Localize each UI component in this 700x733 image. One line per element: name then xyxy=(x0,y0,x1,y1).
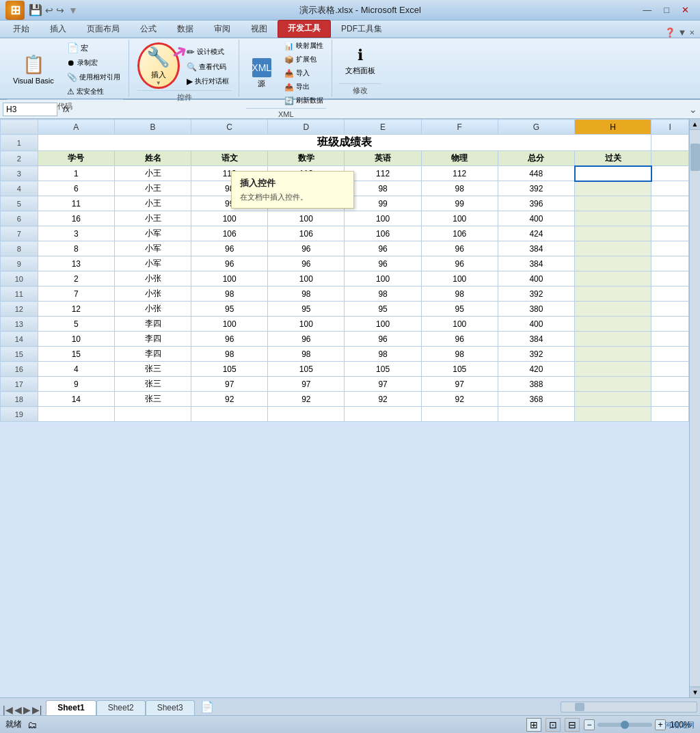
ribbon-pin-icon[interactable]: × xyxy=(689,27,695,38)
col-header-E[interactable]: E xyxy=(345,120,421,135)
vertical-scrollbar[interactable]: ▲ ▼ xyxy=(689,119,700,697)
status-text: 就绪 xyxy=(5,719,22,730)
tab-insert[interactable]: 插入 xyxy=(40,21,77,38)
insert-control-button[interactable]: 🔧 插入 ▼ xyxy=(137,42,180,89)
scrollbar-thumb[interactable] xyxy=(690,144,700,171)
map-props-button[interactable]: 📊 映射属性 xyxy=(282,40,326,52)
sheet-prev-icon[interactable]: ◀ xyxy=(14,704,22,715)
tab-devtools[interactable]: 开发工具 xyxy=(278,20,331,38)
zoom-controls: − + xyxy=(584,719,666,730)
doc-panel-button[interactable]: ℹ 文档面板 xyxy=(339,43,381,79)
sheet-first-icon[interactable]: |◀ xyxy=(3,704,13,715)
tab-view[interactable]: 视图 xyxy=(241,21,278,38)
col-header-C[interactable]: C xyxy=(191,120,268,135)
table-row: 7 3 小军 106 106 106 106 424 xyxy=(1,226,689,241)
sheet-tab-sheet1[interactable]: Sheet1 xyxy=(46,700,96,715)
ribbon-group-code: 📋 Visual Basic 📄 宏 ⏺ 录制宏 📎 使用相对引用 xyxy=(3,40,129,97)
col-header-G[interactable]: G xyxy=(498,120,574,135)
expand-button[interactable]: 📦 扩展包 xyxy=(282,53,326,66)
tab-home[interactable]: 开始 xyxy=(3,21,40,38)
cell-F3[interactable]: 112 xyxy=(421,166,498,181)
title-bar: ⊞ 💾 ↩ ↪ ▼ 演示表格.xlsx - Microsoft Excel — … xyxy=(0,0,700,21)
redo-icon[interactable]: ↪ xyxy=(56,5,64,16)
controls-group-label: 控件 xyxy=(137,90,232,104)
help-icon[interactable]: ❓ xyxy=(664,27,675,38)
tab-review[interactable]: 审阅 xyxy=(204,21,241,38)
sheet-tab-sheet3[interactable]: Sheet3 xyxy=(146,700,195,715)
col-header-F[interactable]: F xyxy=(421,120,498,135)
formula-input[interactable] xyxy=(75,105,686,114)
table-row: 8 8 小军 96 96 96 96 384 xyxy=(1,241,689,256)
restore-button[interactable]: □ xyxy=(658,3,675,16)
cell-F2[interactable]: 物理 xyxy=(421,151,498,166)
new-sheet-button[interactable]: 📄 xyxy=(195,698,219,715)
relative-ref-button[interactable]: 📎 使用相对引用 xyxy=(64,71,123,83)
sheet-nav-buttons[interactable]: |◀ ◀ ▶ ▶| xyxy=(3,704,42,715)
tooltip-title: 插入控件 xyxy=(240,177,345,189)
spreadsheet-table: A B C D E F G H I 1 班级成绩表 xyxy=(0,119,689,422)
tab-pdf[interactable]: PDF工具集 xyxy=(331,21,392,38)
cell-I3[interactable] xyxy=(651,166,689,181)
security-icon: ⚠ xyxy=(67,87,75,96)
zoom-out-button[interactable]: − xyxy=(584,719,595,730)
cell-E2[interactable]: 英语 xyxy=(345,151,421,166)
window-title: 演示表格.xlsx - Microsoft Excel xyxy=(83,4,637,16)
refresh-button[interactable]: 🔄 刷新数据 xyxy=(282,94,326,107)
quick-access-toolbar: 💾 ↩ ↪ ▼ xyxy=(29,3,78,16)
col-header-B[interactable]: B xyxy=(114,120,191,135)
sheet-tabs-bar: |◀ ◀ ▶ ▶| Sheet1 Sheet2 Sheet3 📄 xyxy=(0,697,700,715)
col-header-I[interactable]: I xyxy=(651,120,689,135)
cell-G2[interactable]: 总分 xyxy=(498,151,574,166)
cell-C2[interactable]: 语文 xyxy=(191,151,268,166)
table-row: 17 9 张三 97 97 97 97 388 xyxy=(1,377,689,392)
cell-A3[interactable]: 1 xyxy=(38,166,114,181)
cell-G3[interactable]: 448 xyxy=(498,166,574,181)
table-row: 10 2 小张 100 100 100 100 400 xyxy=(1,271,689,286)
close-button[interactable]: ✕ xyxy=(676,3,695,16)
visual-basic-button[interactable]: 📋 Visual Basic xyxy=(7,51,60,88)
tab-data[interactable]: 数据 xyxy=(167,21,204,38)
record-macro-button[interactable]: ⏺ 录制宏 xyxy=(64,57,123,69)
normal-view-icon[interactable]: ⊞ xyxy=(526,718,541,732)
sheet-last-icon[interactable]: ▶| xyxy=(32,704,42,715)
zoom-slider[interactable] xyxy=(597,723,652,727)
page-break-view-icon[interactable]: ⊟ xyxy=(565,718,580,732)
cell-B2[interactable]: 姓名 xyxy=(114,151,191,166)
save-icon[interactable]: 💾 xyxy=(29,3,42,16)
cell-B3[interactable]: 小王 xyxy=(114,166,191,181)
import-button[interactable]: 📥 导入 xyxy=(282,67,326,79)
table-row: 19 xyxy=(1,407,689,422)
col-header-D[interactable]: D xyxy=(268,120,345,135)
run-dialog-button[interactable]: ▶ 执行对话框 xyxy=(184,75,232,88)
code-icon: 🔍 xyxy=(187,62,197,72)
expand-formula-bar-icon[interactable]: ⌄ xyxy=(689,104,697,115)
tab-formula[interactable]: 公式 xyxy=(130,21,167,38)
cell-D2[interactable]: 数学 xyxy=(268,151,345,166)
page-layout-view-icon[interactable]: ⊡ xyxy=(546,718,561,732)
refresh-icon: 🔄 xyxy=(284,96,294,105)
title-cell[interactable]: 班级成绩表 xyxy=(38,135,651,151)
cell-H3[interactable] xyxy=(575,166,651,181)
cell-I2[interactable] xyxy=(651,151,689,166)
cell-A2[interactable]: 学号 xyxy=(38,151,114,166)
xml-source-button[interactable]: XML 源 xyxy=(246,55,278,92)
sheet-next-icon[interactable]: ▶ xyxy=(23,704,31,715)
macro-security-button[interactable]: ⚠ 宏安全性 xyxy=(64,85,123,98)
export-button[interactable]: 📤 导出 xyxy=(282,81,326,93)
sheet-tab-sheet2[interactable]: Sheet2 xyxy=(96,700,146,715)
table-row: 9 13 小军 96 96 96 96 384 xyxy=(1,256,689,271)
ribbon-minimize-icon[interactable]: ▼ xyxy=(678,27,687,38)
tab-page[interactable]: 页面布局 xyxy=(77,21,130,38)
cell-E3[interactable]: 112 xyxy=(345,166,421,181)
undo-icon[interactable]: ↩ xyxy=(45,5,53,16)
minimize-button[interactable]: — xyxy=(637,3,657,16)
view-code-button[interactable]: 🔍 查看代码 xyxy=(184,61,232,73)
cell-I1[interactable] xyxy=(651,135,689,151)
col-header-H[interactable]: H xyxy=(575,120,651,135)
zoom-slider-thumb[interactable] xyxy=(621,721,629,729)
record-icon: ⏺ xyxy=(67,58,75,68)
macro-button[interactable]: 📄 宏 xyxy=(64,41,123,55)
col-header-A[interactable]: A xyxy=(38,120,114,135)
design-mode-button[interactable]: ✏ 设计模式 xyxy=(184,45,232,59)
cell-H2[interactable]: 过关 xyxy=(575,151,651,166)
